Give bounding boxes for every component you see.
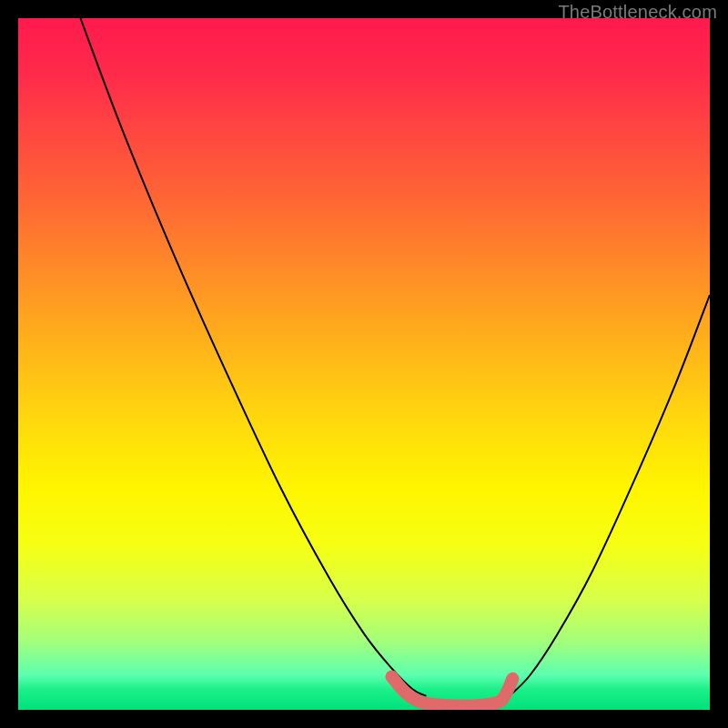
right-bottleneck-curve (510, 295, 710, 696)
left-bottleneck-curve (80, 18, 426, 696)
chart-svg (18, 18, 710, 710)
watermark-label: TheBottleneck.com (558, 2, 717, 23)
plot-area (18, 18, 710, 710)
optimal-range-marker (391, 677, 512, 706)
